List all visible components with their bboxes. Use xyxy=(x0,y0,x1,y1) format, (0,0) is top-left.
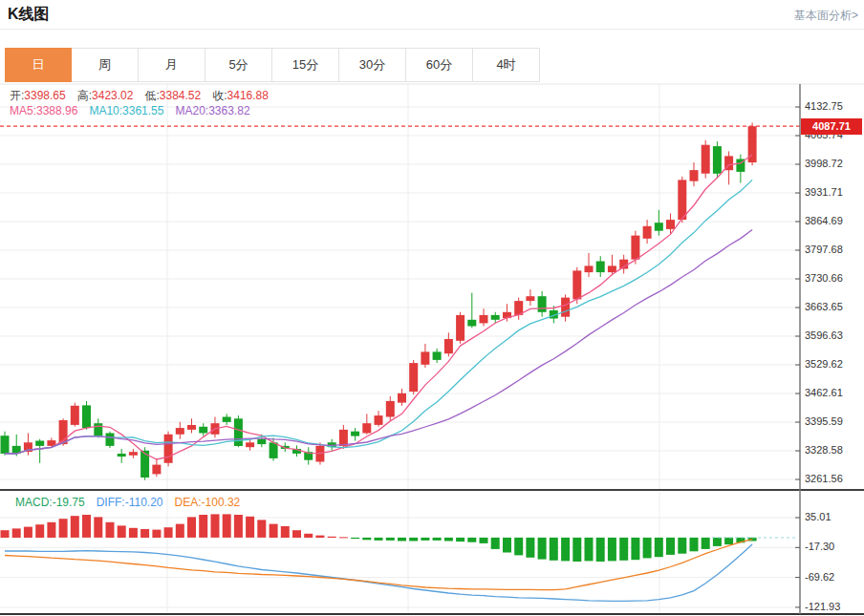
macd-hist-bar xyxy=(724,538,733,544)
macd-hist-bar xyxy=(666,538,675,555)
info-label: DEA: xyxy=(175,496,202,509)
candle-body xyxy=(398,393,406,403)
candle-body xyxy=(223,417,231,422)
axis-label: 3797.68 xyxy=(805,244,843,255)
candle-body xyxy=(106,434,115,446)
candle-body xyxy=(118,454,126,457)
dea-line xyxy=(5,540,752,590)
axis-label: 3328.58 xyxy=(805,444,843,456)
candle-body xyxy=(129,452,138,456)
candle-body xyxy=(678,180,686,220)
info-label: DIFF: xyxy=(97,496,125,509)
macd-hist-bar xyxy=(561,538,570,562)
candle-body xyxy=(246,442,254,447)
candle-body xyxy=(666,220,675,229)
info-value: 3384.52 xyxy=(160,89,201,102)
macd-hist-bar xyxy=(304,534,313,538)
macd-hist-bar xyxy=(491,538,500,549)
info-label: 低: xyxy=(144,89,159,102)
macd-hist-bar xyxy=(339,537,348,538)
info-value: -100.32 xyxy=(202,496,241,509)
candle-body xyxy=(164,435,173,463)
macd-hist-bar xyxy=(678,538,686,554)
axis-label: 3529.62 xyxy=(805,358,843,370)
macd-hist-bar xyxy=(71,516,79,538)
macd-hist-bar xyxy=(187,517,196,538)
macd-hist-bar xyxy=(503,538,511,553)
macd-hist-bar xyxy=(328,537,336,538)
axis-label: 3261.56 xyxy=(805,473,843,484)
candle-body xyxy=(702,145,710,174)
candle-body xyxy=(596,262,605,273)
macd-hist-bar xyxy=(351,538,359,539)
axis-label: 3462.61 xyxy=(805,387,843,398)
candle-body xyxy=(467,320,476,327)
macd-hist-bar xyxy=(480,538,488,543)
macd-hist-bar xyxy=(140,529,149,538)
candle-body xyxy=(35,441,44,446)
candle-body xyxy=(152,465,161,475)
macd-hist-bar xyxy=(572,538,581,562)
candle-body xyxy=(386,401,395,417)
macd-hist-bar xyxy=(538,538,547,560)
candle-body xyxy=(351,432,359,436)
macd-info: MACD:-19.75DIFF:-110.20DEA:-100.32 xyxy=(15,496,251,509)
info-label: 开: xyxy=(10,89,24,102)
candle-body xyxy=(526,296,534,301)
candle-body xyxy=(82,405,91,428)
macd-hist-bar xyxy=(467,538,476,542)
macd-hist-bar xyxy=(292,530,301,538)
info-value: -110.20 xyxy=(125,496,163,509)
axis-label: 3596.63 xyxy=(805,329,843,341)
axis-label: -69.62 xyxy=(805,571,834,583)
macd-hist-bar xyxy=(82,515,91,538)
macd-hist-bar xyxy=(409,538,418,542)
macd-hist-bar xyxy=(514,538,523,556)
axis-label: 3931.71 xyxy=(805,186,843,198)
info-label: MACD: xyxy=(15,496,53,509)
candle-body xyxy=(585,266,594,272)
macd-hist-bar xyxy=(94,517,102,538)
candle-body xyxy=(187,425,196,430)
macd-hist-bar xyxy=(444,538,453,542)
macd-hist-bar xyxy=(12,528,21,538)
macd-hist-bar xyxy=(24,527,32,538)
macd-hist-bar xyxy=(362,538,371,540)
info-value: -19.75 xyxy=(53,496,85,509)
macd-hist-bar xyxy=(118,525,126,538)
candle-body xyxy=(339,430,348,446)
axis-label: -17.30 xyxy=(805,541,834,552)
macd-hist-bar xyxy=(47,522,55,538)
candle-body xyxy=(176,428,184,435)
candle-body xyxy=(561,298,570,317)
last-price-badge: 4087.71 xyxy=(801,118,862,135)
macd-hist-bar xyxy=(106,522,115,538)
info-value: 3361.55 xyxy=(122,104,163,117)
candle-body xyxy=(94,423,102,435)
candle-body xyxy=(572,270,581,299)
macd-hist-bar xyxy=(281,526,290,538)
macd-hist-bar xyxy=(619,538,628,561)
macd-hist-bar xyxy=(585,538,594,562)
macd-hist-bar xyxy=(211,514,220,538)
axis-label: 4132.75 xyxy=(805,100,843,112)
macd-hist-bar xyxy=(713,538,722,546)
kline-page: K线图 基本面分析> 日周月5分15分30分60分4时 4132.754065.… xyxy=(0,0,864,616)
macd-hist-bar xyxy=(433,538,442,541)
macd-hist-bar xyxy=(152,530,161,538)
axis-label: 3998.72 xyxy=(805,158,843,169)
macd-hist-bar xyxy=(643,538,652,559)
macd-hist-bar xyxy=(421,538,429,541)
info-value: 3398.65 xyxy=(24,89,65,102)
info-value: 3416.88 xyxy=(227,89,269,102)
candle-body xyxy=(362,423,371,433)
info-label: MA10: xyxy=(89,104,122,117)
axis-label: 3730.66 xyxy=(805,272,843,284)
axis-label: 3864.69 xyxy=(805,215,843,226)
candle-body xyxy=(257,439,266,444)
candle-body xyxy=(409,363,418,392)
macd-hist-bar xyxy=(246,517,254,538)
candle-body xyxy=(444,339,453,353)
candle-body xyxy=(690,170,699,181)
candle-body xyxy=(421,351,429,364)
